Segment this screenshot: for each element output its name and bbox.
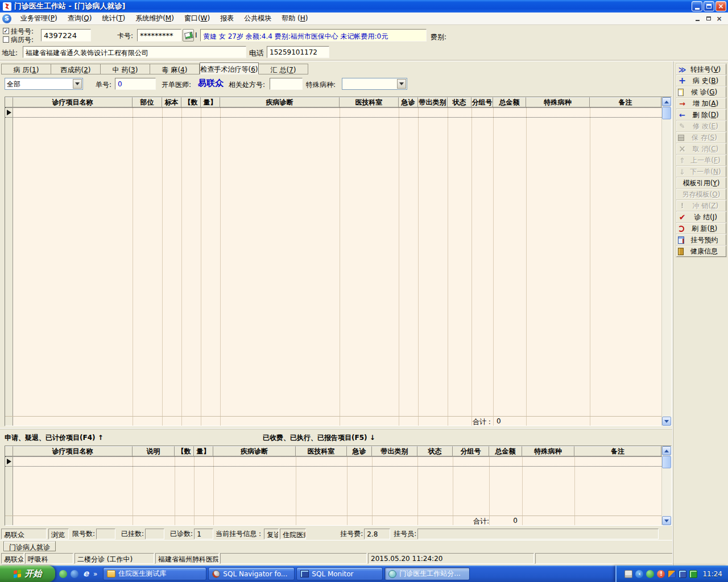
- menu-item-2[interactable]: 统计(T): [97, 12, 130, 25]
- mdi-restore-button[interactable]: [704, 15, 713, 23]
- menu-item-6[interactable]: 公共模块: [239, 12, 276, 25]
- keyboard-icon[interactable]: [624, 570, 632, 578]
- scroll-up-button[interactable]: [662, 97, 671, 106]
- tab-6[interactable]: 汇 总(7): [259, 64, 308, 74]
- grid-line: [453, 456, 453, 525]
- order-no-label: 单号:: [96, 80, 111, 90]
- tray-app-icon[interactable]: [668, 570, 676, 578]
- tab-3[interactable]: 中 药(3): [101, 64, 150, 74]
- card-reader-icon[interactable]: [183, 29, 194, 41]
- excl-icon: [678, 202, 686, 210]
- tab-5[interactable]: 检查手术治疗等(6): [200, 63, 259, 74]
- titlebar: 门诊医生工作站 - [门诊病人就诊] ×: [0, 0, 728, 13]
- next-icon: [678, 168, 686, 176]
- start-button[interactable]: 开始: [0, 566, 55, 582]
- menu-item-5[interactable]: 报表: [215, 12, 239, 25]
- grid-line: [590, 107, 590, 426]
- close-button[interactable]: ×: [715, 1, 726, 11]
- address-input[interactable]: 福建省福建省通久装饰设计工程有限公司: [23, 46, 246, 58]
- menu-item-4[interactable]: 窗口(W): [179, 12, 215, 25]
- sidebar-button-12: 另存模板(O): [676, 189, 726, 200]
- menu-item-0[interactable]: 业务管理(P): [15, 12, 63, 25]
- column-header: 量】: [201, 97, 220, 107]
- taskbar-task-2[interactable]: SQL Navigator fo...: [208, 567, 295, 580]
- status-segment: [417, 529, 659, 539]
- lower-grid[interactable]: 诊疗项目名称说明【数量】疾病诊断医技科室急诊带出类别状态分组号总金额特殊病种备注…: [5, 446, 672, 526]
- tray-collapse-icon[interactable]: ‹: [635, 570, 643, 578]
- sidebar-button-14[interactable]: 诊 结(J): [676, 211, 726, 223]
- status-bar-2: 易联众呼吸科二楼分诊 (工作中)福建省福州肺科医院2015.05.20 11:2…: [0, 551, 728, 566]
- tab-outpatient-visit[interactable]: 门诊病人就诊: [3, 541, 56, 551]
- sidebar-button-17[interactable]: 健康信息: [676, 246, 726, 257]
- current-row[interactable]: [5, 107, 661, 118]
- phone-input[interactable]: 15259101172: [267, 46, 329, 58]
- media-player-icon[interactable]: [71, 570, 78, 578]
- tray-alert-icon[interactable]: !: [657, 570, 665, 578]
- taskbar-task-1[interactable]: 住院医生测试库: [103, 567, 206, 580]
- messenger-icon[interactable]: [59, 570, 67, 578]
- sidebar-button-11[interactable]: 模板引用(Y): [676, 177, 726, 189]
- upper-grid-body[interactable]: 合计：0: [5, 107, 661, 426]
- notebook-icon: [678, 236, 684, 244]
- total-label: 合计：: [459, 417, 493, 426]
- scroll-down-button[interactable]: [662, 516, 671, 525]
- chevron-down-icon[interactable]: [73, 79, 82, 89]
- lower-grid-body[interactable]: 合计:0: [5, 456, 661, 525]
- taskbar-task-4[interactable]: 门诊医生工作站分...: [384, 567, 470, 580]
- lower-grid-scrollbar[interactable]: [661, 446, 671, 525]
- taskbar-task-3[interactable]: SQL Monitor: [296, 567, 383, 580]
- scroll-down-button[interactable]: [662, 417, 671, 426]
- tray-green-status-icon[interactable]: [646, 570, 654, 578]
- pending-items-label[interactable]: 申请、疑退、已计价项目(F4) ↑: [5, 433, 104, 443]
- scroll-up-button[interactable]: [662, 446, 671, 455]
- column-header: 诊疗项目名称: [13, 446, 133, 456]
- grid-line: [526, 107, 527, 426]
- card-no-input[interactable]: *********: [137, 29, 181, 41]
- tab-2[interactable]: 西成药(2): [51, 64, 101, 74]
- plus-icon: [678, 78, 686, 84]
- special-disease-combobox[interactable]: [342, 78, 407, 90]
- related-rx-input[interactable]: [270, 78, 303, 90]
- scroll-thumb[interactable]: [662, 456, 671, 468]
- ordering-doctor-label: 开单医师:: [162, 80, 191, 90]
- reg-no-input[interactable]: 4397224: [41, 29, 91, 41]
- sidebar-button-label: 诊 结(J): [686, 213, 725, 222]
- sidebar-button-3[interactable]: 候 诊(G): [676, 86, 726, 98]
- menu-item-3[interactable]: 系统维护(M): [130, 12, 179, 25]
- upper-grid[interactable]: 诊疗项目名称部位标本【数量】疾病诊断医技科室急诊带出类别状态分组号总金额特殊病种…: [5, 97, 672, 426]
- sidebar-button-7: 保 存(S): [676, 132, 726, 143]
- chevron-down-icon[interactable]: [397, 79, 406, 89]
- menu-item-7[interactable]: 帮助 (H): [276, 12, 313, 25]
- menu-item-1[interactable]: 查询(Q): [63, 12, 97, 25]
- tab-1[interactable]: 病 历(1): [1, 64, 51, 74]
- quick-launch-overflow-icon[interactable]: »: [93, 570, 97, 578]
- current-row-marker: [7, 459, 11, 464]
- network-icon[interactable]: [689, 570, 697, 578]
- mdi-close-button[interactable]: ×: [715, 15, 723, 23]
- case-no-checkbox[interactable]: [3, 36, 9, 43]
- reg-no-checkbox[interactable]: ✓: [3, 28, 9, 34]
- sidebar-button-2[interactable]: 病 史(B): [676, 75, 726, 86]
- current-row[interactable]: [5, 456, 661, 467]
- tray-clock[interactable]: 11:24: [702, 570, 722, 578]
- screen: 门诊医生工作站 - [门诊病人就诊] × S 业务管理(P)查询(Q)统计(T)…: [0, 0, 728, 582]
- yilianzhong-logo-icon: S: [2, 14, 11, 23]
- sidebar-button-16[interactable]: 挂号预约: [676, 234, 726, 246]
- status-segment: 已挂数:: [121, 529, 144, 539]
- sidebar-button-1[interactable]: 转挂号(V): [676, 64, 726, 75]
- tab-4[interactable]: 毒 麻(4): [150, 64, 200, 74]
- internet-explorer-icon[interactable]: e: [82, 570, 90, 578]
- sidebar-button-4[interactable]: 增 加(A): [676, 98, 726, 109]
- sidebar-button-15[interactable]: 刷 新(R): [676, 223, 726, 234]
- completed-items-label[interactable]: 已收费、已执行、已报告项目(F5) ↓: [263, 433, 375, 443]
- status-segment: [96, 529, 115, 539]
- display-icon[interactable]: [679, 570, 686, 578]
- mdi-minimize-button[interactable]: [693, 15, 702, 23]
- sidebar-button-5[interactable]: 删 除(D): [676, 109, 726, 120]
- upper-grid-scrollbar[interactable]: [661, 97, 671, 426]
- category-combobox[interactable]: 全部: [5, 78, 83, 90]
- minimize-button[interactable]: [692, 1, 702, 11]
- scroll-thumb[interactable]: [662, 107, 671, 119]
- sidebar-button-label: 取 消(C): [686, 144, 725, 154]
- restore-button[interactable]: [704, 1, 714, 11]
